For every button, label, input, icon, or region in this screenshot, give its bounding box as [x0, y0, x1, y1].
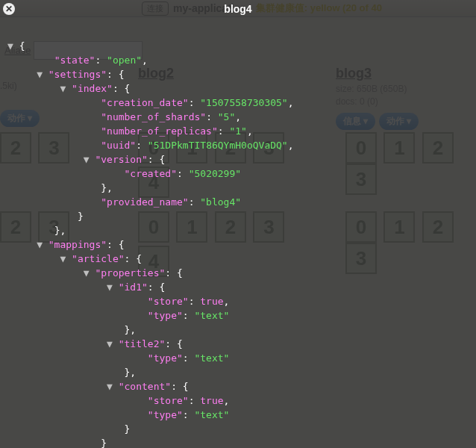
overlay-title: blog4	[224, 3, 251, 15]
json-overlay: ✕ blog4 ▼ { "state": "open", ▼ "settings…	[0, 0, 476, 448]
close-icon[interactable]: ✕	[3, 3, 15, 15]
json-viewer: ▼ { "state": "open", ▼ "settings": { ▼ "…	[7, 25, 470, 448]
